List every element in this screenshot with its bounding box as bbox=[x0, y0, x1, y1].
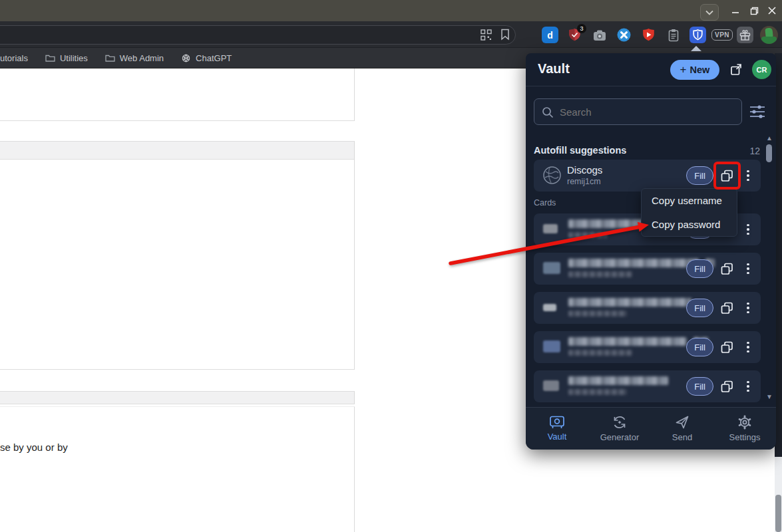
extension-d-icon[interactable]: d bbox=[542, 27, 558, 43]
redacted-subtitle bbox=[568, 311, 627, 317]
popup-title: Vault bbox=[538, 61, 570, 76]
popup-anchor-caret bbox=[691, 46, 701, 51]
close-button[interactable] bbox=[763, 3, 781, 19]
popup-scrollbar-thumb[interactable] bbox=[766, 144, 772, 162]
item-options-button[interactable] bbox=[745, 261, 751, 277]
nav-tab-generator[interactable]: Generator bbox=[588, 408, 651, 450]
copy-icon bbox=[720, 301, 734, 315]
redacted-subtitle bbox=[568, 350, 632, 356]
fill-button[interactable]: Fill bbox=[686, 338, 713, 356]
fill-button[interactable]: Fill bbox=[686, 377, 713, 396]
item-options-button[interactable] bbox=[745, 300, 751, 316]
vault-icon bbox=[549, 416, 565, 429]
autofill-suggestions-header: Autofill suggestions bbox=[534, 145, 626, 156]
page-section-top bbox=[0, 68, 355, 121]
copy-icon bbox=[720, 262, 734, 276]
item-options-button[interactable] bbox=[745, 221, 751, 237]
bookmark-folder-web-admin[interactable]: Web Admin bbox=[105, 53, 164, 63]
copy-icon bbox=[720, 380, 734, 394]
page-section-bottom: se by you or by bbox=[0, 406, 355, 532]
vault-item-redacted-3[interactable]: Fill bbox=[534, 292, 761, 324]
cards-header: Cards bbox=[534, 198, 556, 207]
extension-adguard-icon[interactable]: 3 bbox=[566, 27, 583, 43]
close-icon bbox=[768, 7, 776, 15]
extension-badge: 3 bbox=[577, 24, 586, 33]
page-scrollbar-thumb[interactable] bbox=[775, 495, 781, 532]
item-options-button[interactable] bbox=[745, 168, 751, 184]
nav-tab-send[interactable]: Send bbox=[651, 408, 713, 450]
fill-button[interactable]: Fill bbox=[686, 166, 713, 185]
fill-button[interactable]: Fill bbox=[686, 299, 713, 317]
page-section-middle bbox=[0, 160, 355, 370]
annotation-arrow bbox=[433, 209, 659, 273]
popup-scrollbar-up[interactable]: ▲ bbox=[765, 135, 774, 142]
qr-code-icon[interactable] bbox=[481, 29, 492, 43]
chevron-down-icon bbox=[705, 10, 713, 15]
annotation-highlight-box bbox=[713, 162, 741, 190]
page-partial-text: se by you or by bbox=[0, 442, 68, 453]
avatar-figure-body bbox=[761, 37, 777, 44]
item-name: Discogs bbox=[567, 164, 602, 176]
send-icon bbox=[675, 415, 689, 430]
filter-sliders-icon bbox=[749, 104, 765, 119]
page-table-header-2 bbox=[0, 391, 355, 404]
copy-button[interactable] bbox=[720, 301, 734, 318]
copy-icon bbox=[720, 340, 734, 354]
filter-button[interactable] bbox=[749, 104, 765, 122]
popup-header: Vault + New CR bbox=[526, 53, 776, 86]
page-table-header-1 bbox=[0, 141, 355, 160]
extension-x-icon[interactable] bbox=[616, 27, 632, 43]
redacted-title bbox=[568, 298, 691, 307]
bookmark-item-chatgpt[interactable]: ChatGPT bbox=[181, 53, 232, 63]
minimize-button[interactable] bbox=[727, 3, 744, 19]
generator-icon bbox=[612, 415, 627, 430]
copy-button[interactable] bbox=[720, 262, 734, 279]
redacted-title bbox=[568, 337, 687, 346]
extension-camera-icon[interactable] bbox=[591, 27, 608, 43]
search-icon bbox=[542, 106, 554, 121]
item-username: remij1cm bbox=[567, 177, 601, 186]
extension-play-shield-icon[interactable] bbox=[640, 27, 657, 43]
popup-footer-nav: Vault Generator Send Settings bbox=[526, 407, 776, 450]
nav-tab-settings[interactable]: Settings bbox=[713, 408, 776, 450]
item-options-button[interactable] bbox=[745, 339, 751, 355]
redacted-title bbox=[568, 376, 668, 385]
popout-icon bbox=[730, 63, 743, 76]
settings-gear-icon bbox=[737, 415, 752, 430]
vault-item-redacted-4[interactable]: Fill bbox=[534, 331, 761, 363]
copy-button[interactable] bbox=[720, 340, 734, 357]
restore-button[interactable] bbox=[745, 3, 763, 19]
new-item-button[interactable]: + New bbox=[670, 60, 719, 80]
extension-vpn-icon[interactable]: VPN bbox=[711, 27, 733, 43]
nav-tab-vault[interactable]: Vault bbox=[526, 408, 588, 450]
autofill-count: 12 bbox=[749, 146, 760, 156]
copy-button[interactable] bbox=[720, 380, 734, 396]
restore-icon bbox=[750, 7, 759, 15]
chatgpt-icon bbox=[181, 53, 191, 63]
folder-icon bbox=[105, 54, 115, 62]
extension-bitwarden-icon[interactable] bbox=[689, 27, 706, 43]
tab-search-chevron-button[interactable] bbox=[700, 4, 719, 21]
browser-toolbar: d 3 VPN bbox=[0, 21, 782, 48]
address-bar[interactable] bbox=[0, 25, 516, 45]
card-brand-icon bbox=[543, 340, 560, 352]
plus-icon: + bbox=[680, 63, 687, 76]
bookmark-item-tutorials[interactable]: utorials bbox=[0, 53, 28, 63]
fill-button[interactable]: Fill bbox=[686, 259, 713, 278]
account-avatar[interactable]: CR bbox=[752, 60, 771, 79]
search-input[interactable] bbox=[534, 98, 742, 125]
folder-icon bbox=[45, 54, 55, 62]
extension-gift-icon[interactable] bbox=[737, 27, 753, 43]
profile-avatar[interactable] bbox=[760, 26, 778, 44]
bookmark-icon[interactable] bbox=[500, 29, 510, 43]
card-brand-icon bbox=[543, 380, 559, 391]
screen: d 3 VPN utor bbox=[0, 0, 782, 532]
item-options-button[interactable] bbox=[745, 378, 751, 394]
extension-clipboard-icon[interactable] bbox=[665, 27, 682, 43]
popup-scrollbar-down[interactable]: ▼ bbox=[765, 394, 774, 400]
bookmark-folder-utilities[interactable]: Utilities bbox=[45, 53, 88, 63]
vault-item-redacted-5[interactable]: Fill bbox=[534, 370, 761, 402]
card-brand-icon bbox=[543, 304, 556, 311]
redacted-subtitle bbox=[568, 389, 627, 395]
popout-button[interactable] bbox=[730, 63, 743, 78]
